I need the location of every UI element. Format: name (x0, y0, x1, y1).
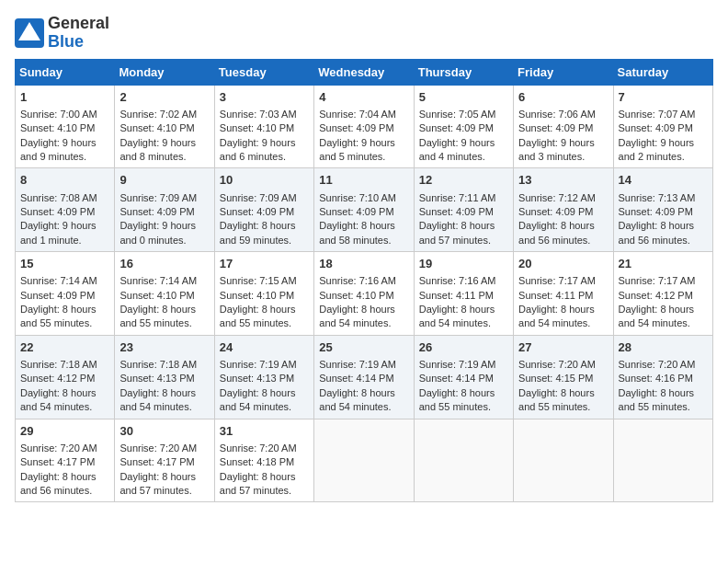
day-number: 10 (220, 172, 309, 189)
day-info: Daylight: 9 hours (20, 219, 109, 233)
calendar-cell: 7Sunrise: 7:07 AMSunset: 4:09 PMDaylight… (613, 85, 712, 168)
day-info: Sunrise: 7:05 AM (419, 108, 508, 121)
day-info: Daylight: 8 hours (220, 303, 309, 316)
day-info: Daylight: 8 hours (419, 219, 508, 233)
day-info: Sunrise: 7:02 AM (119, 108, 209, 121)
logo-blue: Blue (48, 32, 84, 51)
day-info: Daylight: 9 hours (20, 136, 109, 150)
day-info: Sunrise: 7:19 AM (419, 358, 508, 372)
calendar-cell: 2Sunrise: 7:02 AMSunset: 4:10 PMDaylight… (115, 85, 214, 168)
day-info: Sunset: 4:12 PM (619, 289, 708, 303)
day-info: and 55 minutes. (419, 400, 508, 414)
day-number: 25 (319, 339, 408, 356)
day-number: 1 (20, 89, 109, 106)
day-info: and 9 minutes. (20, 150, 109, 164)
day-number: 7 (619, 89, 708, 106)
day-number: 15 (20, 256, 109, 272)
calendar-cell: 25Sunrise: 7:19 AMSunset: 4:14 PMDayligh… (314, 335, 414, 419)
day-info: Sunrise: 7:13 AM (619, 191, 708, 205)
day-info: Sunset: 4:10 PM (220, 121, 309, 135)
weekday-header: Monday (115, 59, 214, 85)
day-info: Sunset: 4:09 PM (319, 121, 408, 135)
day-info: Sunrise: 7:20 AM (518, 358, 608, 372)
day-info: and 57 minutes. (119, 484, 209, 498)
calendar-cell: 13Sunrise: 7:12 AMSunset: 4:09 PMDayligh… (514, 168, 613, 252)
day-info: Sunset: 4:10 PM (20, 121, 109, 135)
day-number: 27 (518, 339, 608, 356)
header-row: SundayMondayTuesdayWednesdayThursdayFrid… (16, 59, 713, 85)
day-info: and 54 minutes. (20, 400, 109, 414)
day-number: 11 (319, 172, 408, 189)
page-header: General Blue (15, 15, 713, 52)
day-info: Sunrise: 7:11 AM (419, 191, 508, 205)
calendar-cell: 24Sunrise: 7:19 AMSunset: 4:13 PMDayligh… (214, 335, 313, 419)
day-info: Sunset: 4:11 PM (419, 289, 508, 303)
day-info: Sunrise: 7:19 AM (319, 358, 408, 372)
week-row: 15Sunrise: 7:14 AMSunset: 4:09 PMDayligh… (16, 252, 713, 336)
day-number: 21 (619, 256, 708, 272)
day-info: Sunrise: 7:17 AM (518, 274, 608, 288)
day-info: Daylight: 9 hours (220, 136, 309, 150)
day-info: Sunset: 4:09 PM (20, 205, 109, 219)
day-info: and 55 minutes. (619, 400, 708, 414)
calendar-cell: 12Sunrise: 7:11 AMSunset: 4:09 PMDayligh… (414, 168, 513, 252)
day-info: Sunset: 4:09 PM (20, 289, 109, 303)
day-number: 13 (518, 172, 608, 189)
calendar-cell: 27Sunrise: 7:20 AMSunset: 4:15 PMDayligh… (514, 335, 613, 419)
weekday-header: Saturday (613, 59, 712, 85)
day-info: and 55 minutes. (20, 316, 109, 330)
day-number: 8 (20, 172, 109, 189)
day-info: Sunrise: 7:06 AM (518, 108, 608, 121)
calendar-cell: 5Sunrise: 7:05 AMSunset: 4:09 PMDaylight… (414, 85, 513, 168)
day-number: 30 (119, 423, 209, 440)
calendar-table: SundayMondayTuesdayWednesdayThursdayFrid… (15, 59, 713, 503)
day-info: Sunrise: 7:00 AM (20, 108, 109, 121)
day-info: Sunset: 4:17 PM (20, 455, 109, 469)
day-info: Daylight: 8 hours (619, 386, 708, 400)
day-info: Sunset: 4:09 PM (419, 205, 508, 219)
day-info: Sunset: 4:11 PM (518, 289, 608, 303)
day-info: Sunrise: 7:07 AM (619, 108, 708, 121)
day-info: and 57 minutes. (220, 484, 309, 498)
day-number: 3 (220, 89, 309, 106)
day-info: Sunset: 4:14 PM (419, 372, 508, 385)
day-info: and 6 minutes. (220, 150, 309, 164)
day-info: Daylight: 9 hours (119, 219, 209, 233)
calendar-cell (314, 419, 414, 502)
calendar-cell: 31Sunrise: 7:20 AMSunset: 4:18 PMDayligh… (214, 419, 313, 502)
day-info: Daylight: 8 hours (20, 303, 109, 316)
calendar-cell: 8Sunrise: 7:08 AMSunset: 4:09 PMDaylight… (16, 168, 115, 252)
day-info: and 56 minutes. (619, 234, 708, 247)
day-number: 14 (619, 172, 708, 189)
day-info: and 55 minutes. (119, 316, 209, 330)
day-info: Sunrise: 7:04 AM (319, 108, 408, 121)
day-number: 22 (20, 339, 109, 356)
weekday-header: Friday (514, 59, 613, 85)
calendar-cell (613, 419, 712, 502)
day-info: and 0 minutes. (119, 234, 209, 247)
calendar-cell: 28Sunrise: 7:20 AMSunset: 4:16 PMDayligh… (613, 335, 712, 419)
day-info: Sunset: 4:10 PM (119, 121, 209, 135)
calendar-cell: 26Sunrise: 7:19 AMSunset: 4:14 PMDayligh… (414, 335, 513, 419)
day-number: 20 (518, 256, 608, 272)
day-info: and 58 minutes. (319, 234, 408, 247)
calendar-cell: 29Sunrise: 7:20 AMSunset: 4:17 PMDayligh… (16, 419, 115, 502)
day-number: 4 (319, 89, 408, 106)
day-info: Sunrise: 7:14 AM (119, 274, 209, 288)
calendar-cell: 17Sunrise: 7:15 AMSunset: 4:10 PMDayligh… (214, 252, 313, 336)
day-info: Daylight: 8 hours (220, 386, 309, 400)
day-info: and 5 minutes. (319, 150, 408, 164)
day-info: Sunset: 4:13 PM (220, 372, 309, 385)
day-info: and 4 minutes. (419, 150, 508, 164)
day-number: 17 (220, 256, 309, 272)
day-info: Sunrise: 7:09 AM (220, 191, 309, 205)
calendar-cell: 9Sunrise: 7:09 AMSunset: 4:09 PMDaylight… (115, 168, 214, 252)
day-info: Daylight: 8 hours (619, 303, 708, 316)
day-info: Daylight: 9 hours (319, 136, 408, 150)
day-info: Daylight: 8 hours (119, 386, 209, 400)
day-info: Sunset: 4:15 PM (518, 372, 608, 385)
day-info: Sunrise: 7:09 AM (119, 191, 209, 205)
day-number: 18 (319, 256, 408, 272)
day-number: 31 (220, 423, 309, 440)
day-info: and 54 minutes. (220, 400, 309, 414)
